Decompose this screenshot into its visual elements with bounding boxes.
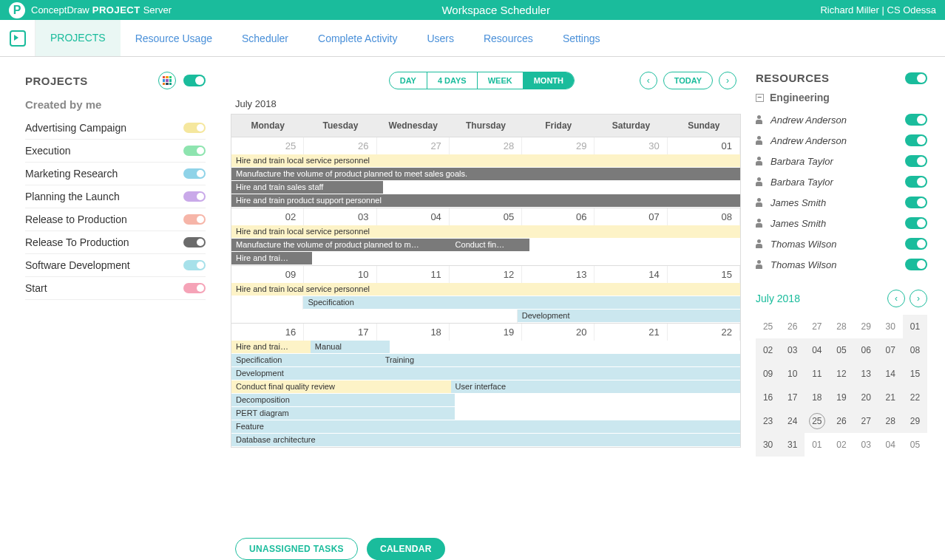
project-color-toggle[interactable] xyxy=(183,260,206,270)
calendar-button[interactable]: CALENDAR xyxy=(367,538,445,560)
task-bar[interactable]: User interface xyxy=(451,380,740,394)
task-bar[interactable]: Training xyxy=(381,354,740,367)
mini-calendar-day[interactable]: 04 xyxy=(878,433,903,457)
project-item[interactable]: Execution xyxy=(25,140,206,163)
mini-calendar-day[interactable]: 27 xyxy=(854,409,878,433)
calendar-date-cell[interactable]: 10 xyxy=(304,266,376,283)
project-item[interactable]: Marketing Research xyxy=(25,163,206,185)
task-bar[interactable]: Feature xyxy=(231,420,740,434)
project-item[interactable]: Start xyxy=(25,277,206,300)
unassigned-tasks-button[interactable]: UNASSIGNED TASKS xyxy=(235,538,358,560)
resource-toggle[interactable] xyxy=(905,114,927,126)
calendar-date-cell[interactable]: 01 xyxy=(668,137,740,154)
mini-calendar-day[interactable]: 12 xyxy=(829,362,853,386)
mini-calendar-day[interactable]: 03 xyxy=(780,338,805,362)
mini-calendar-day[interactable]: 02 xyxy=(829,433,853,457)
mini-calendar-day[interactable]: 26 xyxy=(780,315,805,338)
mini-calendar-day[interactable]: 10 xyxy=(780,362,805,386)
view-day[interactable]: DAY xyxy=(390,72,427,89)
user-account-label[interactable]: Richard Miller | CS Odessa xyxy=(820,4,936,16)
task-bar[interactable]: Specification xyxy=(231,354,381,367)
calendar-date-cell[interactable]: 05 xyxy=(450,208,522,225)
calendar-date-cell[interactable]: 12 xyxy=(450,266,522,283)
mini-calendar-day[interactable]: 27 xyxy=(805,315,829,338)
mini-calendar-day[interactable]: 29 xyxy=(903,409,927,433)
resource-group-head[interactable]: − Engineering xyxy=(756,92,927,103)
mini-calendar-day[interactable]: 01 xyxy=(805,433,829,457)
task-bar[interactable]: Hire and train local service personnel xyxy=(231,283,740,296)
resource-toggle[interactable] xyxy=(905,197,927,208)
calendar-date-cell[interactable]: 19 xyxy=(450,324,522,341)
today-button[interactable]: TODAY xyxy=(663,72,713,89)
task-bar[interactable]: Hire and trai… xyxy=(231,252,312,265)
task-bar[interactable]: PERT diagram xyxy=(231,407,455,420)
calendar-prev-button[interactable]: ‹ xyxy=(640,72,657,89)
project-item[interactable]: Release To Production xyxy=(25,231,206,254)
calendar-date-cell[interactable]: 17 xyxy=(304,324,376,341)
resource-toggle[interactable] xyxy=(905,217,927,229)
mini-calendar-day[interactable]: 16 xyxy=(756,386,780,409)
resource-toggle[interactable] xyxy=(905,238,927,250)
color-grid-button[interactable] xyxy=(158,72,176,89)
calendar-date-cell[interactable]: 28 xyxy=(450,137,522,154)
resources-master-toggle[interactable] xyxy=(905,72,927,84)
mini-calendar-day[interactable]: 06 xyxy=(854,338,878,362)
mini-calendar-day[interactable]: 08 xyxy=(903,338,927,362)
mini-cal-next-button[interactable]: › xyxy=(910,290,927,307)
resource-toggle[interactable] xyxy=(905,259,927,270)
project-item[interactable]: Planning the Launch xyxy=(25,185,206,208)
calendar-date-cell[interactable]: 06 xyxy=(522,208,595,225)
resource-toggle[interactable] xyxy=(905,134,927,146)
mini-calendar-day[interactable]: 18 xyxy=(805,386,829,409)
resource-item[interactable]: James Smith xyxy=(756,213,927,233)
calendar-date-cell[interactable]: 18 xyxy=(377,324,450,341)
mini-calendar-day[interactable]: 23 xyxy=(756,409,780,433)
mini-calendar-day[interactable]: 30 xyxy=(756,433,780,457)
mini-calendar-day[interactable]: 14 xyxy=(878,362,903,386)
project-color-toggle[interactable] xyxy=(183,237,206,247)
projects-master-toggle[interactable] xyxy=(183,75,206,86)
task-bar[interactable]: Hire and train local service personnel xyxy=(231,225,740,239)
calendar-date-cell[interactable]: 09 xyxy=(231,266,304,283)
calendar-date-cell[interactable]: 30 xyxy=(595,137,667,154)
task-bar[interactable]: Decomposition xyxy=(231,394,455,407)
calendar-date-cell[interactable]: 08 xyxy=(668,208,740,225)
calendar-date-cell[interactable]: 14 xyxy=(595,266,667,283)
mini-calendar-day[interactable]: 29 xyxy=(854,315,878,338)
task-bar[interactable]: Conduct final quality review xyxy=(231,380,451,394)
resource-item[interactable]: Andrew Anderson xyxy=(756,109,927,130)
task-bar[interactable]: Hire and train sales staff xyxy=(231,181,383,194)
nav-tab-users[interactable]: Users xyxy=(412,20,469,56)
mini-calendar-day[interactable]: 24 xyxy=(780,409,805,433)
mini-calendar-day[interactable]: 03 xyxy=(854,433,878,457)
project-item[interactable]: Software Development xyxy=(25,254,206,277)
view-month[interactable]: MONTH xyxy=(524,72,574,89)
calendar-date-cell[interactable]: 03 xyxy=(304,208,376,225)
project-item[interactable]: Advertising Campaign xyxy=(25,117,206,140)
calendar-date-cell[interactable]: 07 xyxy=(595,208,667,225)
mini-calendar-day[interactable]: 28 xyxy=(829,315,853,338)
mini-calendar-day[interactable]: 28 xyxy=(878,409,903,433)
mini-calendar-day[interactable]: 31 xyxy=(780,433,805,457)
task-bar[interactable]: Development xyxy=(231,367,740,380)
project-item[interactable]: Release to Production xyxy=(25,208,206,231)
project-color-toggle[interactable] xyxy=(183,168,206,179)
calendar-date-cell[interactable]: 13 xyxy=(522,266,595,283)
mini-cal-prev-button[interactable]: ‹ xyxy=(887,290,905,307)
calendar-date-cell[interactable]: 29 xyxy=(522,137,595,154)
nav-tab-resources[interactable]: Resources xyxy=(469,20,548,56)
resource-item[interactable]: James Smith xyxy=(756,192,927,213)
mini-calendar-day[interactable]: 11 xyxy=(805,362,829,386)
calendar-date-cell[interactable]: 04 xyxy=(377,208,450,225)
resource-item[interactable]: Barbara Taylor xyxy=(756,151,927,171)
mini-calendar-day[interactable]: 01 xyxy=(903,315,927,338)
nav-tab-projects[interactable]: PROJECTS xyxy=(35,20,121,56)
resource-item[interactable]: Thomas Wilson xyxy=(756,254,927,275)
view-week[interactable]: WEEK xyxy=(478,72,524,89)
nav-tab-scheduler[interactable]: Scheduler xyxy=(227,20,303,56)
mini-calendar-day[interactable]: 30 xyxy=(878,315,903,338)
calendar-date-cell[interactable]: 11 xyxy=(377,266,450,283)
sidebar-toggle-button[interactable] xyxy=(0,20,35,56)
task-bar[interactable]: Development xyxy=(518,310,740,323)
mini-calendar-day[interactable]: 05 xyxy=(903,433,927,457)
